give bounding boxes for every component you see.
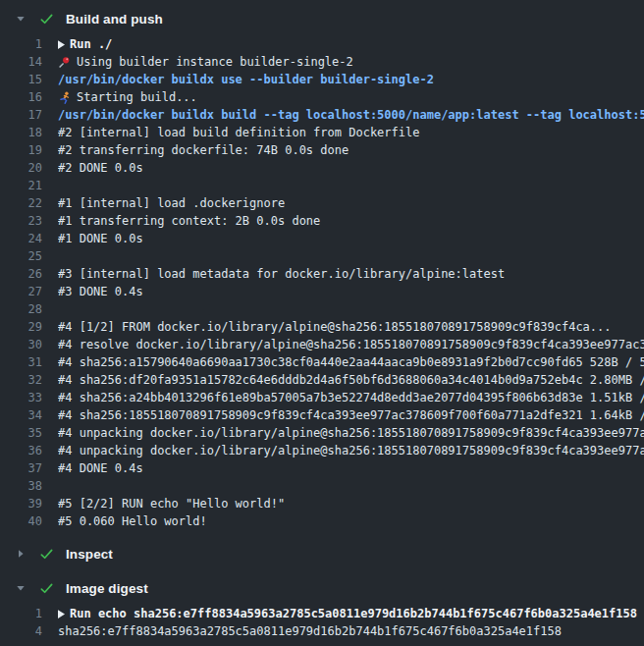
line-number[interactable]: 29 xyxy=(0,318,42,336)
log-line: 40#5 0.060 Hello world! xyxy=(0,512,644,530)
line-number[interactable]: 22 xyxy=(0,194,42,212)
line-number[interactable]: 1 xyxy=(0,35,42,53)
line-content: Run ./ xyxy=(58,35,644,53)
caret-down-icon[interactable] xyxy=(16,14,26,24)
line-text: Run ./ xyxy=(70,35,112,53)
line-number[interactable]: 16 xyxy=(0,88,42,106)
line-number[interactable]: 32 xyxy=(0,371,42,389)
line-number[interactable]: 33 xyxy=(0,389,42,406)
line-number[interactable]: 23 xyxy=(0,212,42,230)
line-text: #4 DONE 0.4s xyxy=(58,459,143,477)
log-line: 22#1 [internal] load .dockerignore xyxy=(0,194,644,212)
line-text: #4 [1/2] FROM docker.io/library/alpine@s… xyxy=(58,318,612,336)
log-line: 19#2 transferring dockerfile: 74B 0.0s d… xyxy=(0,141,644,159)
line-number[interactable]: 15 xyxy=(0,71,42,88)
line-content: #4 sha256:a15790640a6690aa1730c38cf0a440… xyxy=(58,353,644,371)
line-number[interactable]: 19 xyxy=(0,141,42,159)
run-expand-icon[interactable] xyxy=(58,610,65,619)
line-text: #5 0.060 Hello world! xyxy=(58,512,207,530)
line-text: Starting build... xyxy=(77,88,197,106)
group-title: Inspect xyxy=(66,547,113,562)
line-content: /usr/bin/docker buildx build --tag local… xyxy=(58,106,644,124)
line-number[interactable]: 18 xyxy=(0,124,42,141)
line-number[interactable]: 27 xyxy=(0,283,42,300)
log-line: 14Using builder instance builder-single-… xyxy=(0,53,644,71)
line-content: #1 DONE 0.0s xyxy=(58,230,644,247)
line-number[interactable]: 35 xyxy=(0,424,42,442)
line-text: /usr/bin/docker buildx build --tag local… xyxy=(58,106,644,124)
log-line: 25 xyxy=(0,247,644,265)
log-line: 17/usr/bin/docker buildx build --tag loc… xyxy=(0,106,644,124)
line-content xyxy=(58,300,644,318)
line-number[interactable]: 4 xyxy=(0,622,42,640)
group-header-inspect[interactable]: Inspect xyxy=(0,540,644,567)
line-number[interactable]: 38 xyxy=(0,477,42,495)
log-group-inspect: Inspect xyxy=(0,540,644,567)
line-text: #1 [internal] load .dockerignore xyxy=(58,194,285,212)
log-line: 35#4 unpacking docker.io/library/alpine@… xyxy=(0,424,644,442)
line-number[interactable]: 26 xyxy=(0,265,42,283)
line-number[interactable]: 28 xyxy=(0,300,42,318)
line-content: sha256:e7ff8834a5963a2785c5a0811e979d16b… xyxy=(58,622,644,640)
line-number[interactable]: 25 xyxy=(0,247,42,265)
line-text: #4 unpacking docker.io/library/alpine@sh… xyxy=(58,424,644,442)
log-line: 23#1 transferring context: 2B 0.0s done xyxy=(0,212,644,230)
log-line: 27#3 DONE 0.4s xyxy=(0,283,644,300)
workflow-log-viewer: Build and push 1Run ./14Using builder in… xyxy=(0,0,644,643)
line-number[interactable]: 21 xyxy=(0,177,42,194)
line-text: Using builder instance builder-single-2 xyxy=(77,53,353,71)
line-number[interactable]: 37 xyxy=(0,459,42,477)
line-text: #4 sha256:185518070891758909c9f839cf4ca3… xyxy=(58,406,644,424)
line-number[interactable]: 30 xyxy=(0,336,42,353)
log-line: 15/usr/bin/docker buildx use --builder b… xyxy=(0,71,644,88)
line-content: #3 DONE 0.4s xyxy=(58,283,644,300)
log-line: 31#4 sha256:a15790640a6690aa1730c38cf0a4… xyxy=(0,353,644,371)
line-text: #4 unpacking docker.io/library/alpine@sh… xyxy=(58,442,644,459)
line-number[interactable]: 17 xyxy=(0,106,42,124)
group-header-build-and-push[interactable]: Build and push xyxy=(0,5,644,32)
caret-down-icon[interactable] xyxy=(16,583,26,593)
line-text: #1 DONE 0.0s xyxy=(58,230,143,247)
line-number[interactable]: 39 xyxy=(0,495,42,512)
line-content: #2 [internal] load build definition from… xyxy=(58,124,644,141)
line-content xyxy=(58,477,644,495)
check-icon xyxy=(39,581,54,596)
line-number[interactable]: 40 xyxy=(0,512,42,530)
line-content: /usr/bin/docker buildx use --builder bui… xyxy=(58,71,644,88)
line-number[interactable]: 24 xyxy=(0,230,42,247)
line-content xyxy=(58,177,644,194)
line-content: #1 transferring context: 2B 0.0s done xyxy=(58,212,644,230)
group-header-image-digest[interactable]: Image digest xyxy=(0,574,644,602)
line-number[interactable]: 34 xyxy=(0,406,42,424)
caret-right-icon[interactable] xyxy=(16,549,26,559)
log-line: 34#4 sha256:185518070891758909c9f839cf4c… xyxy=(0,406,644,424)
log-line: 39#5 [2/2] RUN echo "Hello world!" xyxy=(0,495,644,512)
line-content: #3 [internal] load metadata for docker.i… xyxy=(58,265,644,283)
log-line: 4sha256:e7ff8834a5963a2785c5a0811e979d16… xyxy=(0,622,644,640)
line-text: #3 DONE 0.4s xyxy=(58,283,143,300)
line-content: Starting build... xyxy=(58,88,644,106)
line-content: #4 sha256:a24bb4013296f61e89ba57005a7b3e… xyxy=(58,389,644,406)
log-line: 1Run echo sha256:e7ff8834a5963a2785c5a08… xyxy=(0,605,644,622)
log-line: 26#3 [internal] load metadata for docker… xyxy=(0,265,644,283)
line-content: #4 unpacking docker.io/library/alpine@sh… xyxy=(58,442,644,459)
line-content: #4 resolve docker.io/library/alpine@sha2… xyxy=(58,336,644,353)
log-line: 37#4 DONE 0.4s xyxy=(0,459,644,477)
line-text: sha256:e7ff8834a5963a2785c5a0811e979d16b… xyxy=(58,622,562,640)
line-text: #4 resolve docker.io/library/alpine@sha2… xyxy=(58,336,644,353)
line-number[interactable]: 14 xyxy=(0,53,42,71)
line-content: #4 unpacking docker.io/library/alpine@sh… xyxy=(58,424,644,442)
log-line: 1Run ./ xyxy=(0,35,644,53)
line-number[interactable]: 20 xyxy=(0,159,42,177)
line-content: Run echo sha256:e7ff8834a5963a2785c5a081… xyxy=(58,605,644,622)
line-number[interactable]: 31 xyxy=(0,353,42,371)
log-line: 18#2 [internal] load build definition fr… xyxy=(0,124,644,141)
line-number[interactable]: 1 xyxy=(0,605,42,622)
line-text: #2 transferring dockerfile: 74B 0.0s don… xyxy=(58,141,349,159)
line-number[interactable]: 36 xyxy=(0,442,42,459)
log-lines: 1Run ./14Using builder instance builder-… xyxy=(0,32,644,533)
group-title: Build and push xyxy=(66,12,163,27)
run-expand-icon[interactable] xyxy=(58,40,65,49)
check-icon xyxy=(39,547,54,562)
log-line: 30#4 resolve docker.io/library/alpine@sh… xyxy=(0,336,644,353)
